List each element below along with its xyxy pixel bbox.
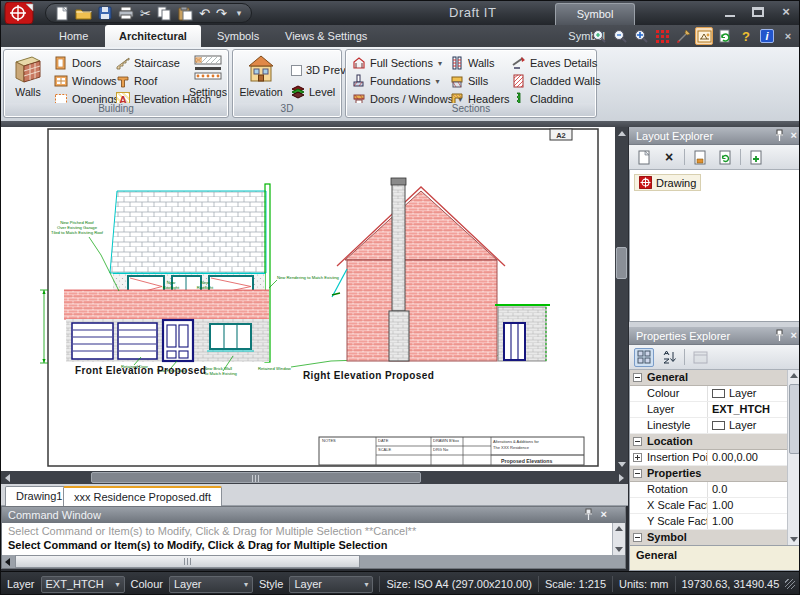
- drawing-canvas[interactable]: A2 New Rooflight New Roofli: [1, 127, 615, 471]
- doc-tab-residence[interactable]: xxx Residence Proposed.dft: [63, 486, 222, 506]
- foundations-button[interactable]: Foundations ▾: [352, 73, 440, 89]
- zoom-in-icon[interactable]: [590, 27, 608, 45]
- tab-home[interactable]: Home: [45, 25, 102, 47]
- prop-row-colour[interactable]: ColourLayer: [630, 386, 800, 402]
- tab-symbols[interactable]: Symbols: [203, 25, 273, 47]
- category-row-symbol[interactable]: Symbol: [630, 530, 800, 546]
- open-folder-icon[interactable]: [75, 6, 92, 20]
- zoom-extents-icon[interactable]: [632, 27, 650, 45]
- prop-value[interactable]: 0.00,0.00: [707, 450, 787, 465]
- collapse-icon[interactable]: [633, 533, 642, 542]
- save-icon[interactable]: [98, 6, 112, 20]
- properties-scroll-thumb[interactable]: [789, 384, 800, 454]
- scroll-left-icon[interactable]: [5, 474, 10, 482]
- properties-explorer-close-icon[interactable]: ×: [791, 329, 797, 342]
- prop-row-linestyle[interactable]: LinestyleLayer: [630, 418, 800, 434]
- qat-customize-caret-icon[interactable]: ▾: [237, 8, 242, 18]
- expand-icon[interactable]: [633, 453, 642, 462]
- layout-explorer-close-icon[interactable]: ×: [791, 129, 797, 142]
- category-row-general[interactable]: General: [630, 370, 800, 386]
- pin-icon[interactable]: [775, 129, 784, 142]
- redo-icon[interactable]: ↷: [216, 7, 227, 20]
- sills-button[interactable]: Sills: [450, 73, 488, 89]
- scroll-down-icon[interactable]: [615, 547, 623, 552]
- command-hscroll-thumb[interactable]: [15, 555, 360, 568]
- collapse-icon[interactable]: [633, 373, 642, 382]
- tab-architectural[interactable]: Architectural: [105, 25, 201, 47]
- colour-combo[interactable]: Layer▾: [169, 576, 253, 593]
- prop-row-layer[interactable]: LayerEXT_HTCH: [630, 402, 800, 418]
- help-icon[interactable]: ?: [737, 27, 755, 45]
- prop-row-x-scale[interactable]: X Scale Factor1.00: [630, 498, 800, 514]
- command-vertical-scrollbar[interactable]: [612, 523, 625, 555]
- maximize-icon[interactable]: [751, 6, 765, 18]
- category-row-location[interactable]: Location: [630, 434, 800, 450]
- prop-value[interactable]: 0.0: [707, 482, 787, 497]
- linestyle-swatch[interactable]: [712, 421, 725, 430]
- scroll-right-icon[interactable]: [619, 474, 624, 482]
- prop-value[interactable]: Layer: [729, 387, 757, 399]
- print-icon[interactable]: [118, 6, 134, 20]
- command-window-titlebar[interactable]: Command Window ×: [2, 507, 625, 523]
- pin-icon[interactable]: [584, 508, 593, 521]
- properties-explorer-titlebar[interactable]: Properties Explorer ×: [629, 327, 800, 345]
- command-window-close-icon[interactable]: ×: [601, 508, 607, 521]
- refresh-icon[interactable]: [716, 27, 734, 45]
- zoom-out-icon[interactable]: [611, 27, 629, 45]
- active-document-title-tab[interactable]: Symbol: [555, 3, 635, 25]
- canvas-hscroll-thumb[interactable]: [91, 472, 421, 483]
- scroll-up-icon[interactable]: [615, 526, 623, 531]
- settings-button[interactable]: Settings: [186, 53, 230, 103]
- prop-value[interactable]: 1.00: [707, 498, 787, 513]
- paste-icon[interactable]: [178, 6, 193, 21]
- scroll-left-icon[interactable]: [5, 558, 10, 566]
- doors-button[interactable]: Doors: [54, 55, 101, 71]
- category-row-properties[interactable]: Properties: [630, 466, 800, 482]
- windows-button[interactable]: Windows: [54, 73, 117, 89]
- new-document-icon[interactable]: [56, 6, 69, 21]
- level-button[interactable]: Level: [291, 84, 335, 100]
- cut-icon[interactable]: ✂: [140, 7, 151, 20]
- minimize-icon[interactable]: [723, 6, 737, 18]
- ribbon-close-icon[interactable]: ×: [779, 27, 797, 45]
- app-menu-button[interactable]: [4, 2, 36, 24]
- scroll-down-icon[interactable]: [618, 462, 626, 467]
- copy-icon[interactable]: [157, 6, 172, 21]
- grid-icon[interactable]: [653, 27, 671, 45]
- layer-combo[interactable]: EXT_HTCH▾: [41, 576, 125, 593]
- categorized-view-icon[interactable]: [634, 348, 654, 367]
- prop-row-insertion-point[interactable]: Insertion Point0.00,0.00: [630, 450, 800, 466]
- delete-layout-icon[interactable]: ×: [659, 148, 679, 167]
- properties-scrollbar[interactable]: [787, 370, 800, 545]
- layout-explorer-titlebar[interactable]: Layout Explorer ×: [629, 127, 800, 145]
- elevation-button[interactable]: Elevation: [236, 53, 286, 103]
- prop-value[interactable]: EXT_HTCH: [707, 402, 787, 417]
- collapse-icon[interactable]: [633, 469, 642, 478]
- prop-value[interactable]: 1.00: [707, 514, 787, 529]
- scroll-up-icon[interactable]: [618, 131, 626, 136]
- canvas-vscroll-thumb[interactable]: [616, 247, 627, 279]
- pin-icon[interactable]: [775, 329, 784, 342]
- cladded-walls-button[interactable]: Cladded Walls: [512, 73, 601, 89]
- sketch-mode-icon[interactable]: [695, 27, 713, 45]
- undo-icon[interactable]: ↶: [199, 7, 210, 20]
- layout-tree-item-drawing[interactable]: Drawing: [634, 174, 701, 191]
- style-combo[interactable]: Layer▾: [289, 576, 373, 593]
- prop-row-rotation[interactable]: Rotation0.0: [630, 482, 800, 498]
- canvas-vertical-scrollbar[interactable]: [615, 127, 628, 471]
- scroll-down-icon[interactable]: [790, 537, 798, 542]
- canvas-horizontal-scrollbar[interactable]: [1, 471, 628, 484]
- export-layout-icon[interactable]: [690, 148, 710, 167]
- collapse-icon[interactable]: [633, 437, 642, 446]
- prop-value[interactable]: Layer: [729, 419, 757, 431]
- close-window-icon[interactable]: ×: [779, 6, 793, 18]
- resize-grip[interactable]: [785, 579, 795, 589]
- walls-sections-button[interactable]: Walls: [450, 55, 494, 71]
- refresh-layout-icon[interactable]: [715, 148, 735, 167]
- colour-swatch[interactable]: [712, 389, 725, 398]
- prop-row-y-scale[interactable]: Y Scale Factor1.00: [630, 514, 800, 530]
- 3d-preview-checkbox-box[interactable]: [291, 65, 302, 76]
- sort-az-icon[interactable]: [659, 348, 679, 367]
- insert-layout-icon[interactable]: [746, 148, 766, 167]
- command-history[interactable]: Select Command or Item(s) to Modify, Cli…: [2, 523, 612, 555]
